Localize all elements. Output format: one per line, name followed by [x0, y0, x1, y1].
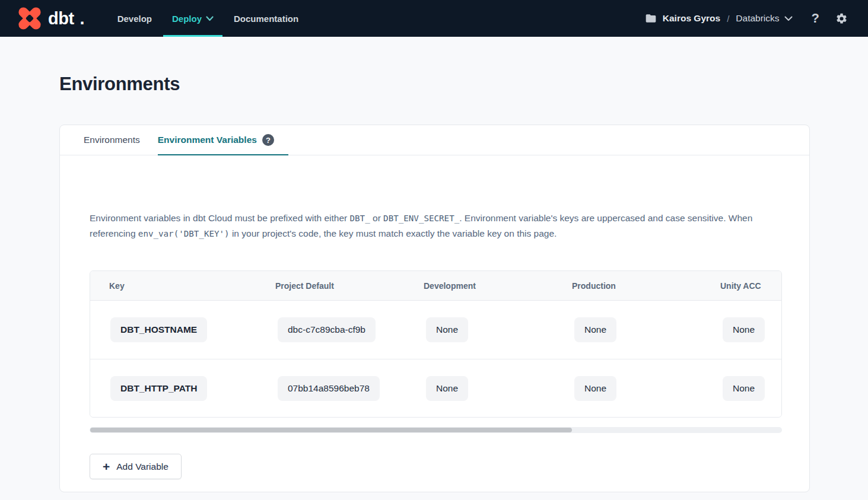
column-header-unity-acc: Unity ACC — [713, 281, 782, 291]
variable-value-pill[interactable]: 07bb14a8596beb78 — [278, 376, 380, 401]
column-header-production: Production — [565, 281, 713, 291]
add-variable-label: Add Variable — [116, 461, 168, 472]
inline-code: DBT_ENV_SECRET_ — [383, 214, 459, 223]
variable-value-pill[interactable]: None — [426, 376, 468, 401]
table-header-row: KeyProject DefaultDevelopmentProductionU… — [90, 271, 781, 301]
variable-key-pill[interactable]: DBT_HOSTNAME — [110, 317, 207, 342]
environment-variables-table: KeyProject DefaultDevelopmentProductionU… — [90, 270, 782, 418]
variable-value-pill[interactable]: None — [426, 317, 468, 342]
top-nav: dbt. Develop Deploy Documentation Kairos… — [0, 0, 868, 37]
table-row: DBT_HOSTNAMEdbc-c7c89cba-cf9bNoneNoneNon… — [90, 301, 781, 359]
folder-icon — [645, 12, 657, 24]
inline-code: env_var('DBT_KEY') — [138, 229, 230, 238]
column-header-development: Development — [416, 281, 565, 291]
table-cell: None — [565, 317, 713, 342]
column-header-key: Key — [90, 281, 268, 291]
description-text: or — [370, 213, 383, 223]
variable-value-pill[interactable]: None — [723, 317, 765, 342]
plus-icon: + — [103, 460, 110, 473]
nav-link-label: Deploy — [172, 14, 202, 24]
help-circle-icon[interactable]: ? — [262, 134, 274, 146]
tab-label: Environments — [84, 135, 140, 145]
card-content: Environment variables in dbt Cloud must … — [60, 211, 809, 479]
table-cell: 07bb14a8596beb78 — [268, 376, 416, 401]
horizontal-scrollbar-thumb[interactable] — [90, 428, 572, 432]
horizontal-scrollbar-track[interactable] — [90, 427, 782, 433]
description-text: in your project's code, the key must mat… — [230, 228, 557, 238]
page-title: Environments — [59, 74, 180, 95]
table-cell: dbc-c7c89cba-cf9b — [268, 317, 416, 342]
tab-environment-variables[interactable]: Environment Variables ? — [158, 125, 288, 155]
dbt-logo[interactable]: dbt. — [17, 5, 85, 31]
variable-value-pill[interactable]: None — [723, 376, 765, 401]
variable-value-pill[interactable]: None — [574, 317, 616, 342]
help-icon[interactable]: ? — [812, 11, 819, 26]
nav-right-cluster: Kairos Gyros / Databricks ? — [645, 11, 848, 26]
nav-link-documentation[interactable]: Documentation — [225, 0, 307, 37]
description: Environment variables in dbt Cloud must … — [90, 211, 781, 241]
add-variable-button[interactable]: + Add Variable — [90, 454, 182, 479]
table-cell: None — [565, 376, 713, 401]
tab-environments[interactable]: Environments — [84, 125, 140, 155]
table-cell: None — [416, 376, 565, 401]
description-text: Environment variables in dbt Cloud must … — [90, 213, 350, 223]
nav-link-label: Develop — [117, 14, 152, 24]
column-header-project-default: Project Default — [268, 281, 416, 291]
variable-key-pill[interactable]: DBT_HTTP_PATH — [110, 376, 207, 401]
nav-link-develop[interactable]: Develop — [109, 0, 161, 37]
chevron-down-icon — [206, 16, 214, 21]
table-cell: None — [713, 376, 782, 401]
table-body: DBT_HOSTNAMEdbc-c7c89cba-cf9bNoneNoneNon… — [90, 301, 781, 417]
table-cell: DBT_HOSTNAME — [90, 317, 268, 342]
dbt-logo-icon — [17, 5, 43, 31]
brand-wordmark: dbt — [48, 10, 74, 27]
table-row: DBT_HTTP_PATH07bb14a8596beb78NoneNoneNon… — [90, 359, 781, 417]
tab-label: Environment Variables — [158, 135, 257, 145]
breadcrumb-separator: / — [727, 14, 729, 24]
chevron-down-icon[interactable] — [784, 16, 793, 21]
nav-link-label: Documentation — [234, 14, 298, 24]
brand-dot: . — [80, 9, 85, 28]
variable-value-pill[interactable]: dbc-c7c89cba-cf9b — [278, 317, 376, 342]
table-cell: None — [713, 317, 782, 342]
tab-bar: Environments Environment Variables ? — [60, 125, 809, 155]
primary-nav-links: Develop Deploy Documentation — [109, 0, 308, 37]
inline-code: DBT_ — [350, 214, 370, 223]
table-cell: None — [416, 317, 565, 342]
table-cell: DBT_HTTP_PATH — [90, 376, 268, 401]
project-switcher[interactable]: Databricks — [736, 13, 779, 24]
gear-icon[interactable] — [835, 12, 848, 25]
environments-card: Environments Environment Variables ? Env… — [59, 125, 810, 492]
nav-link-deploy[interactable]: Deploy — [163, 0, 222, 37]
variable-value-pill[interactable]: None — [574, 376, 616, 401]
account-switcher[interactable]: Kairos Gyros — [663, 13, 720, 24]
